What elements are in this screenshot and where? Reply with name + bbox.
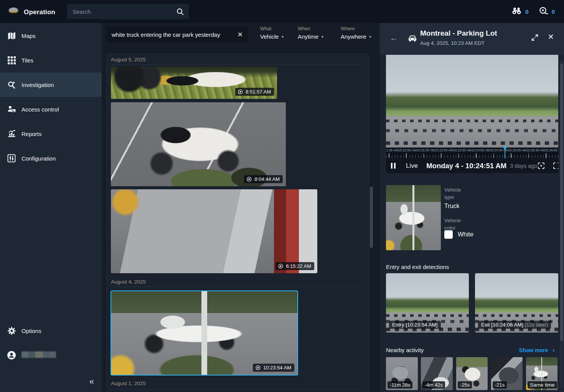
show-more-link[interactable]: Show more › xyxy=(519,347,555,353)
top-bar-status: 0 0 xyxy=(511,0,555,23)
filter-where[interactable]: Where Anywhere ▾ xyxy=(341,26,371,40)
nearby-activity-thumbnail[interactable]: -25s xyxy=(456,357,488,390)
detail-header: ← Montreal - Parking Lot Aug 4, 2025, 10… xyxy=(380,23,564,55)
investigation-main: white truck entering the car park yester… xyxy=(102,23,380,392)
nearby-activity-thumbnail[interactable]: -11m 28s xyxy=(386,357,418,390)
vehicle-color-value: White xyxy=(458,231,473,238)
vehicle-type-label: Vehicle type xyxy=(444,187,472,201)
filter-what[interactable]: What Vehicle ▾ xyxy=(260,26,284,40)
back-arrow-icon[interactable]: ← xyxy=(390,34,398,42)
avatar-icon xyxy=(7,351,16,360)
reports-chart-icon xyxy=(7,130,16,138)
chevron-down-icon: ▾ xyxy=(322,35,323,39)
filter-when[interactable]: When Anytime ▾ xyxy=(298,26,323,40)
date-group-header: August 4, 2025 xyxy=(111,279,146,285)
alarm-counter[interactable]: 0 xyxy=(539,7,555,17)
watchlist-counter[interactable]: 0 xyxy=(511,7,528,16)
pause-button[interactable] xyxy=(391,163,396,169)
binoculars-icon xyxy=(511,7,522,16)
time-offset: -11m 28s xyxy=(388,381,412,389)
result-thumbnail[interactable]: 8:51:57 AM xyxy=(111,67,277,99)
detection-time: 10:23:54 AM xyxy=(263,365,291,371)
vehicle-color-row: White xyxy=(444,230,473,239)
close-icon[interactable]: ✕ xyxy=(548,33,554,41)
alarm-bell-icon xyxy=(539,7,548,17)
result-thumbnail[interactable]: 8:04:44 AM xyxy=(111,102,286,186)
camera-icon xyxy=(278,263,284,269)
nearby-activity-thumbnail[interactable]: -21s xyxy=(491,357,523,390)
sidebar-user-row[interactable] xyxy=(0,343,102,367)
camera-icon xyxy=(246,176,252,182)
sidebar-item-access-control[interactable]: Access control xyxy=(0,97,102,121)
camera-icon xyxy=(255,365,261,371)
camera-icon xyxy=(237,89,243,95)
detection-time: 8:51:57 AM xyxy=(246,89,271,95)
nearby-activity-thumbnail[interactable]: Same time xyxy=(526,357,557,390)
detail-scrollbar[interactable] xyxy=(560,63,563,341)
results-scrollbar[interactable] xyxy=(370,187,373,248)
time-offset: -21s xyxy=(493,381,507,389)
tracking-focus-icon[interactable] xyxy=(537,162,545,170)
global-search-input[interactable] xyxy=(67,8,176,15)
sidebar: Maps Tiles Investigation xyxy=(0,23,102,392)
global-search xyxy=(67,4,189,19)
color-swatch xyxy=(444,230,453,239)
current-playback-time: Monday 4 - 10:24:51 AM xyxy=(426,162,506,170)
time-offset: -25s xyxy=(458,381,472,389)
exit-detection-thumbnail[interactable]: Exit [10:24:06 AM] (12s later) xyxy=(475,273,558,333)
sidebar-item-options[interactable]: Options xyxy=(0,318,102,343)
date-group-header: August 1, 2025 xyxy=(111,381,146,386)
chevron-down-icon: ▾ xyxy=(369,35,371,39)
user-name-redacted xyxy=(21,351,56,358)
detections-header: Entry and exit detections xyxy=(386,264,449,270)
results-panel: August 5, 2025 8:51:57 AM 8:04:44 AM 6:1… xyxy=(106,54,369,392)
sidebar-collapse-button[interactable]: « xyxy=(89,377,94,386)
investigation-search-icon xyxy=(7,80,16,89)
playhead-line xyxy=(505,149,505,158)
app-window: Operation xyxy=(0,0,564,392)
vehicle-crop-thumbnail[interactable] xyxy=(386,185,441,250)
alarm-count: 0 xyxy=(552,8,555,15)
nearby-activity-thumbnail[interactable]: -4m 42s xyxy=(421,357,453,390)
access-control-icon xyxy=(7,105,16,113)
tiles-grid-icon xyxy=(7,56,16,64)
expand-icon[interactable] xyxy=(531,34,539,41)
sidebar-item-reports[interactable]: Reports xyxy=(0,121,102,146)
top-bar: Operation xyxy=(0,0,564,23)
entry-detection-thumbnail[interactable]: Entry [10:23:54 AM] xyxy=(386,273,469,333)
fullscreen-icon[interactable] xyxy=(552,162,558,170)
relative-time: 3 days ago xyxy=(510,163,537,169)
sidebar-item-investigation[interactable]: Investigation xyxy=(0,72,102,97)
vehicle-type-value: Truck xyxy=(444,203,459,210)
live-video-frame[interactable] xyxy=(386,55,558,148)
camera-timestamp: Aug 4, 2025, 10:23 AM EDT xyxy=(420,40,485,46)
vehicle-color-label: Vehicle color xyxy=(444,217,472,232)
configuration-sliders-icon xyxy=(7,154,16,162)
timeline-ruler xyxy=(386,153,558,158)
chevron-right-icon: › xyxy=(552,347,555,353)
police-cap-icon xyxy=(7,7,20,18)
sidebar-item-maps[interactable]: Maps xyxy=(0,23,102,48)
timeline[interactable]: 10:21:30 AM 10:22:00 AM 10:22:30 AM 10:2… xyxy=(386,148,558,158)
watchlist-count: 0 xyxy=(525,8,528,15)
sidebar-item-tiles[interactable]: Tiles xyxy=(0,48,102,72)
exit-delay: (12s later) xyxy=(524,322,548,328)
result-thumbnail-selected[interactable]: 10:23:54 AM xyxy=(110,290,298,376)
app-logo: Operation xyxy=(7,7,55,18)
entry-label: Entry [10:23:54 AM] xyxy=(392,322,438,328)
clear-query-icon[interactable]: ✕ xyxy=(237,31,243,39)
detection-time: 8:04:44 AM xyxy=(254,176,280,182)
query-text[interactable]: white truck entering the car park yester… xyxy=(106,31,237,38)
sidebar-item-configuration[interactable]: Configuration xyxy=(0,146,102,171)
nearby-header: Nearby activity xyxy=(386,347,424,353)
query-box[interactable]: white truck entering the car park yester… xyxy=(106,27,248,42)
date-group-header: August 5, 2025 xyxy=(111,57,146,62)
search-icon[interactable] xyxy=(176,8,184,16)
result-thumbnail[interactable]: 6:15:22 AM xyxy=(111,189,317,273)
map-icon xyxy=(7,31,16,40)
live-button[interactable]: Live xyxy=(406,162,418,170)
chevron-down-icon: ▾ xyxy=(282,35,284,39)
exit-label: Exit [10:24:06 AM] xyxy=(481,322,523,328)
camera-title: Montreal - Parking Lot xyxy=(420,29,497,38)
detection-time: 6:15:22 AM xyxy=(286,263,311,269)
